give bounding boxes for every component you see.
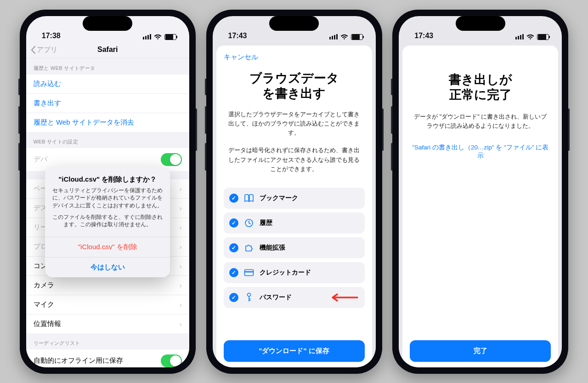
option-history[interactable]: ✓ 履歴 bbox=[224, 212, 365, 234]
checkmark-icon: ✓ bbox=[229, 243, 238, 252]
option-extensions[interactable]: ✓ 機能拡張 bbox=[224, 237, 365, 258]
camera-cell[interactable]: カメラ› bbox=[26, 276, 189, 295]
alert-title: "iCloud.csv" を削除しますか？ bbox=[51, 175, 164, 184]
alert-message-1: セキュリティとプライバシーを保護するために、パスワードが格納されているファイルを… bbox=[51, 187, 164, 210]
chevron-right-icon: › bbox=[180, 243, 182, 251]
dynamic-island bbox=[269, 16, 319, 31]
svg-rect-2 bbox=[244, 271, 253, 273]
clock-icon bbox=[244, 218, 254, 228]
status-time: 17:43 bbox=[414, 32, 433, 40]
phone-settings: 17:38 79 アプリ Safari 履歴と WEB サイトデータ 読み込む … bbox=[20, 10, 196, 374]
battery-icon: 79 bbox=[164, 34, 176, 40]
chevron-right-icon: › bbox=[180, 301, 182, 309]
svg-point-3 bbox=[247, 293, 250, 296]
sheet-desc-1: 選択したブラウザデータをアーカイブとして書き出して、ほかのブラウザに読み込むこと… bbox=[227, 110, 361, 137]
toggle-on[interactable] bbox=[161, 153, 182, 166]
chevron-right-icon: › bbox=[180, 223, 182, 231]
sheet-desc-2: データは暗号化されずに保存されるため、書き出したファイルにアクセスできる人なら誰… bbox=[227, 146, 361, 173]
chevron-right-icon: › bbox=[180, 320, 182, 328]
offline-save-cell[interactable]: 自動的にオフライン用に保存 bbox=[26, 349, 189, 367]
delete-file-alert: "iCloud.csv" を削除しますか？ セキュリティとプライバシーを保護する… bbox=[45, 167, 170, 277]
export-sheet: キャンセル ブラウズデータを書き出す 選択したブラウザデータをアーカイブとして書… bbox=[216, 46, 372, 367]
chevron-left-icon bbox=[31, 46, 36, 54]
sheet-title: ブラウズデータを書き出す bbox=[224, 71, 365, 102]
export-complete-sheet: 書き出しが正常に完了 データが "ダウンロード" に書き出され、新しいブラウザに… bbox=[402, 46, 558, 367]
cellular-icon bbox=[515, 34, 524, 40]
alert-message-2: このファイルを削除すると、すぐに削除されます。この操作は取り消せません。 bbox=[51, 213, 164, 229]
toggle-on[interactable] bbox=[161, 354, 182, 367]
back-button[interactable]: アプリ bbox=[31, 46, 57, 54]
status-time: 17:38 bbox=[42, 32, 61, 40]
chevron-right-icon: › bbox=[180, 281, 182, 289]
battery-icon: 79 bbox=[537, 34, 549, 40]
location-cell[interactable]: 位置情報› bbox=[26, 314, 189, 333]
option-label: 履歴 bbox=[260, 219, 272, 227]
done-button[interactable]: 完了 bbox=[410, 340, 551, 362]
sheet-title: 書き出しが正常に完了 bbox=[410, 72, 551, 103]
clear-history-cell[interactable]: 履歴と Web サイトデータを消去 bbox=[26, 113, 189, 132]
checkmark-icon: ✓ bbox=[229, 268, 238, 277]
option-credit-cards[interactable]: ✓ クレジットカード bbox=[224, 262, 365, 283]
page-title: Safari bbox=[97, 46, 118, 54]
checkmark-icon: ✓ bbox=[229, 194, 238, 203]
cancel-button[interactable]: キャンセル bbox=[224, 52, 365, 64]
chevron-right-icon: › bbox=[180, 204, 182, 212]
sheet-desc: データが "ダウンロード" に書き出され、新しいブラウザに読み込めるようになりま… bbox=[413, 112, 547, 131]
status-time: 17:43 bbox=[228, 32, 247, 40]
phone-export: 17:43 79 キャンセル ブラウズデータを書き出す 選択したブラウザデータを… bbox=[206, 10, 382, 374]
checkmark-icon: ✓ bbox=[229, 218, 238, 228]
section-header-reading-list: リーディングリスト bbox=[26, 333, 189, 349]
section-header-history: 履歴と WEB サイトデータ bbox=[26, 58, 189, 74]
key-icon bbox=[244, 292, 254, 303]
option-label: ブックマーク bbox=[260, 194, 298, 202]
option-label: パスワード bbox=[260, 293, 292, 302]
dynamic-island bbox=[83, 16, 132, 31]
checkmark-icon: ✓ bbox=[229, 293, 238, 302]
alert-delete-button[interactable]: "iCloud.csv" を削除 bbox=[45, 237, 170, 257]
option-label: 機能拡張 bbox=[260, 244, 285, 252]
option-label: クレジットカード bbox=[260, 269, 311, 277]
mic-cell[interactable]: マイク› bbox=[26, 295, 189, 314]
dynamic-island bbox=[456, 16, 505, 31]
export-cell[interactable]: 書き出す bbox=[26, 94, 189, 113]
option-passwords[interactable]: ✓ パスワード bbox=[224, 287, 365, 308]
section-header-websites: WEB サイトの設定 bbox=[26, 132, 189, 148]
save-to-downloads-button[interactable]: "ダウンロード" に保存 bbox=[224, 340, 365, 362]
battery-icon: 79 bbox=[351, 34, 363, 40]
wifi-icon bbox=[340, 34, 348, 40]
chevron-right-icon: › bbox=[180, 185, 182, 193]
credit-card-icon bbox=[244, 268, 254, 278]
puzzle-icon bbox=[244, 243, 254, 253]
svg-rect-1 bbox=[244, 269, 253, 275]
import-cell[interactable]: 読み込む bbox=[26, 74, 189, 94]
show-in-files-link[interactable]: "Safari の書き出し（20…zip" を "ファイル" に表示 bbox=[410, 143, 551, 160]
alert-not-now-button[interactable]: 今はしない bbox=[45, 257, 170, 277]
cellular-icon bbox=[329, 34, 338, 40]
book-icon bbox=[244, 193, 254, 203]
phone-export-complete: 17:43 79 書き出しが正常に完了 データが "ダウンロード" に書き出され… bbox=[392, 10, 568, 374]
cellular-icon bbox=[143, 34, 151, 40]
option-bookmarks[interactable]: ✓ ブックマーク bbox=[224, 188, 365, 209]
annotation-arrow-icon bbox=[329, 293, 358, 302]
wifi-icon bbox=[526, 34, 534, 40]
chevron-right-icon: › bbox=[180, 262, 182, 270]
wifi-icon bbox=[154, 34, 162, 40]
